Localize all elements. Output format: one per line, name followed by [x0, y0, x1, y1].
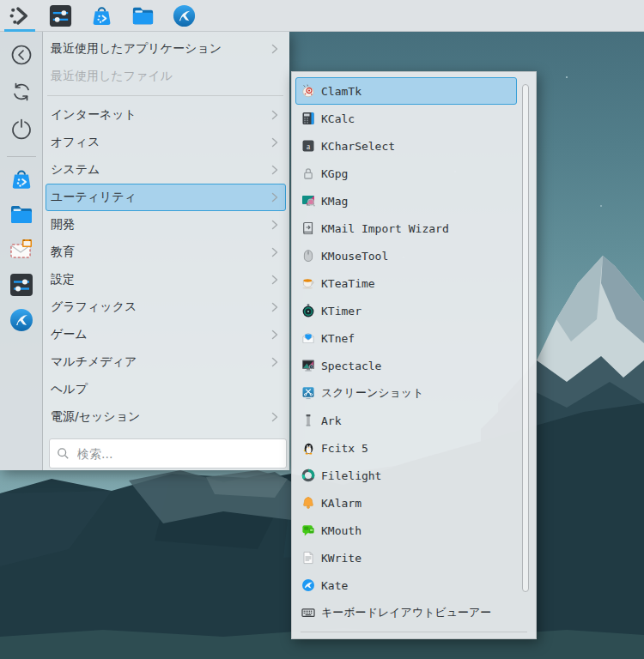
- search-input[interactable]: [76, 446, 279, 462]
- app-item-kmail-import-wizard[interactable]: KMail Import Wizard: [295, 215, 517, 242]
- app-item--[interactable]: スクリーンショット: [295, 379, 517, 407]
- dolphin-icon: [9, 202, 34, 231]
- sidebar-power-button[interactable]: [9, 118, 34, 143]
- app-item-label: KWrite: [321, 552, 361, 565]
- discover-icon: [89, 3, 114, 28]
- back-icon: [10, 44, 33, 70]
- category-item-0[interactable]: インターネット: [46, 101, 286, 129]
- category-item-11[interactable]: 電源/セッション: [46, 403, 286, 431]
- restart-icon: [10, 81, 33, 106]
- app-item-kalarm[interactable]: KAlarm: [295, 489, 517, 517]
- chevron-right-icon: [271, 330, 278, 340]
- app-item-spectacle[interactable]: Spectacle: [295, 352, 517, 379]
- top-panel: [0, 0, 644, 32]
- app-item-kcalc[interactable]: KCalc: [295, 105, 517, 132]
- app-item-label: キーボードレイアウトビューアー: [321, 605, 491, 620]
- category-item-6[interactable]: 設定: [46, 266, 286, 293]
- app-item-clamtk[interactable]: ClamTk: [295, 77, 517, 105]
- app-item--[interactable]: キーボードレイアウトビューアー: [295, 599, 517, 626]
- submenu-bottom-separator: [301, 632, 527, 632]
- app-item-label: KTimer: [321, 305, 361, 317]
- kteatime-icon: [301, 275, 316, 291]
- konqueror-panel-button[interactable]: [171, 3, 197, 29]
- system-settings-panel-button[interactable]: [47, 3, 74, 29]
- app-item-filelight[interactable]: Filelight: [295, 462, 517, 489]
- menu-sidebar: [0, 32, 43, 470]
- app-item-ktnef[interactable]: KTnef: [295, 324, 517, 352]
- app-item-kate[interactable]: Kate: [295, 571, 517, 599]
- discover-panel-button[interactable]: [88, 3, 115, 29]
- app-item-label: Ark: [321, 414, 341, 427]
- sidebar-back-button[interactable]: [9, 44, 34, 70]
- menu-item-label: オフィス: [51, 135, 271, 150]
- spectacle-icon: [301, 358, 316, 373]
- chevron-right-icon: [271, 137, 278, 148]
- category-item-10[interactable]: ヘルプ: [46, 376, 286, 403]
- recent-item-0[interactable]: 最近使用したアプリケーション: [46, 35, 286, 63]
- favorite-dolphin-button[interactable]: [9, 203, 34, 229]
- app-item-label: KMag: [321, 195, 348, 208]
- kontact-icon: [9, 237, 34, 266]
- menu-item-label: ユーティリティ: [51, 190, 271, 205]
- app-item-kgpg[interactable]: KGpg: [295, 160, 517, 187]
- kate-icon: [301, 577, 316, 593]
- chevron-right-icon: [271, 220, 278, 230]
- keyboard-icon: [301, 605, 316, 620]
- konqueror-icon: [9, 307, 34, 336]
- category-item-4[interactable]: 開発: [46, 211, 286, 239]
- kwrite-icon: [301, 550, 316, 565]
- favorite-discover-button[interactable]: [9, 168, 34, 194]
- menu-item-label: 開発: [51, 217, 271, 233]
- app-item-fcitx-5[interactable]: Fcitx 5: [295, 434, 517, 462]
- chevron-right-icon: [271, 275, 278, 285]
- category-item-5[interactable]: 教育: [46, 239, 286, 266]
- category-item-2[interactable]: システム: [46, 156, 286, 184]
- menu-separator: [47, 95, 283, 96]
- app-item-label: スクリーンショット: [321, 385, 423, 401]
- kmousetool-icon: [301, 248, 316, 263]
- app-item-kteatime[interactable]: KTeaTime: [295, 269, 517, 297]
- ktimer-icon: [301, 303, 316, 318]
- app-item-label: KMouseTool: [321, 250, 388, 263]
- app-launcher-panel-button[interactable]: [6, 3, 33, 29]
- app-item-ark[interactable]: Ark: [295, 407, 517, 434]
- sidebar-restart-button[interactable]: [9, 81, 34, 106]
- ktnef-icon: [301, 330, 316, 346]
- favorite-kontact-button[interactable]: [9, 239, 34, 264]
- category-item-8[interactable]: ゲーム: [46, 321, 286, 348]
- category-item-9[interactable]: マルチメディア: [46, 348, 286, 376]
- app-item-kmouth[interactable]: KMouth: [295, 517, 517, 544]
- kmouth-icon: [301, 523, 316, 538]
- submenu-scrollbar[interactable]: [522, 84, 529, 592]
- chevron-right-icon: [271, 247, 278, 257]
- app-item-ktimer[interactable]: KTimer: [295, 297, 517, 324]
- search-box[interactable]: [49, 438, 287, 469]
- app-item-kwrite[interactable]: KWrite: [295, 544, 517, 571]
- app-item-kcharselect[interactable]: aKCharSelect: [295, 132, 517, 160]
- menu-item-label: 最近使用したファイル: [51, 69, 278, 84]
- category-item-3[interactable]: ユーティリティ: [46, 184, 286, 211]
- app-item-kmag[interactable]: KMag: [295, 187, 517, 215]
- app-item-kmousetool[interactable]: KMouseTool: [295, 242, 517, 269]
- system-settings-icon: [9, 272, 34, 301]
- recent-item-1[interactable]: 最近使用したファイル: [46, 63, 286, 90]
- app-item-label: KAlarm: [321, 497, 361, 510]
- menu-item-label: インターネット: [51, 107, 271, 123]
- app-item-label: Filelight: [321, 469, 381, 482]
- filelight-icon: [301, 468, 316, 483]
- discover-icon: [9, 166, 34, 196]
- favorite-system-settings-button[interactable]: [9, 274, 34, 299]
- konqueror-icon: [172, 3, 197, 28]
- dolphin-panel-button[interactable]: [130, 3, 156, 29]
- menu-item-label: 教育: [51, 245, 271, 260]
- favorite-konqueror-button[interactable]: [9, 309, 34, 335]
- clamtk-icon: [301, 83, 316, 99]
- category-item-7[interactable]: グラフィックス: [46, 293, 286, 321]
- app-item-label: KTeaTime: [321, 277, 375, 290]
- menu-category-list: 最近使用したアプリケーション最近使用したファイルインターネットオフィスシステムユ…: [43, 32, 289, 470]
- chevron-right-icon: [271, 165, 278, 175]
- chevron-right-icon: [271, 357, 278, 367]
- kalarm-icon: [301, 495, 316, 511]
- kmail-import-icon: [301, 221, 316, 236]
- category-item-1[interactable]: オフィス: [46, 129, 286, 156]
